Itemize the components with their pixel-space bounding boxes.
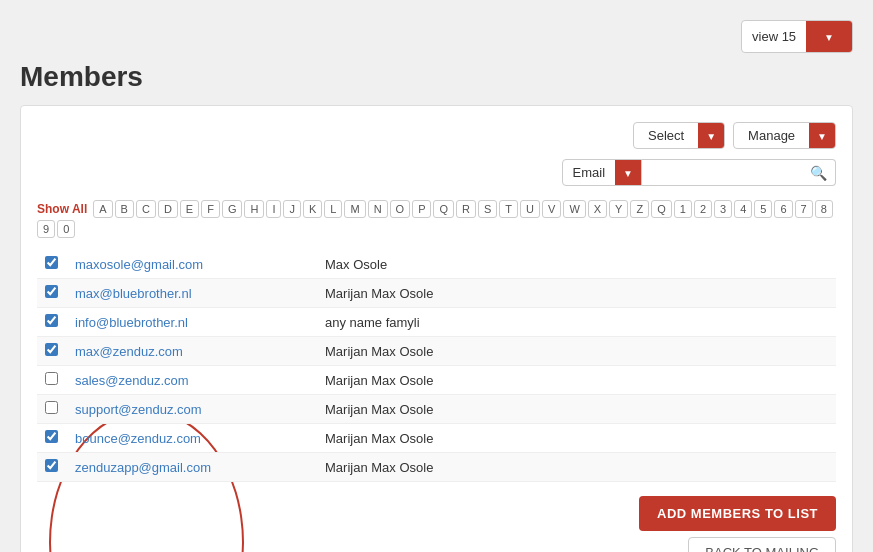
alpha-letter-l[interactable]: L (324, 200, 342, 218)
alpha-letter-2[interactable]: 2 (694, 200, 712, 218)
alpha-letter-g[interactable]: G (222, 200, 243, 218)
email-filter-label: Email (563, 160, 616, 185)
member-email: max@bluebrother.nl (67, 279, 317, 308)
alpha-letter-u[interactable]: U (520, 200, 540, 218)
member-checkbox[interactable] (45, 343, 58, 356)
table-row: sales@zenduz.com Marijan Max Osole (37, 366, 836, 395)
table-row: info@bluebrother.nl any name famyli (37, 308, 836, 337)
row-checkbox-cell (37, 337, 67, 366)
manage-dropdown[interactable]: Manage (733, 122, 836, 149)
manage-arrow-icon[interactable] (809, 123, 835, 148)
show-all-button[interactable]: Show All (37, 202, 87, 216)
table-row: support@zenduz.com Marijan Max Osole (37, 395, 836, 424)
alpha-bar: Show All ABCDEFGHIJKLMNOPQRSTUVWXYZQ1234… (37, 200, 836, 238)
email-filter-arrow-icon[interactable] (615, 160, 641, 185)
alpha-letter-m[interactable]: M (344, 200, 365, 218)
member-name: Marijan Max Osole (317, 453, 836, 482)
alpha-letter-z[interactable]: Z (630, 200, 649, 218)
member-name: Marijan Max Osole (317, 337, 836, 366)
row-checkbox-cell (37, 250, 67, 279)
manage-label: Manage (734, 123, 809, 148)
email-filter-dropdown[interactable]: Email (562, 159, 642, 186)
view-selector[interactable]: view 15 (741, 20, 853, 53)
member-name: Marijan Max Osole (317, 395, 836, 424)
member-email: info@bluebrother.nl (67, 308, 317, 337)
member-checkbox[interactable] (45, 459, 58, 472)
alpha-letter-5[interactable]: 5 (754, 200, 772, 218)
alpha-letter-k[interactable]: K (303, 200, 322, 218)
alpha-letter-q[interactable]: Q (433, 200, 454, 218)
table-row: maxosole@gmail.com Max Osole (37, 250, 836, 279)
select-arrow-icon[interactable] (698, 123, 724, 148)
alpha-letter-t[interactable]: T (499, 200, 518, 218)
search-input-wrap: 🔍 (642, 159, 836, 186)
view-selector-arrow[interactable] (806, 21, 852, 52)
alpha-letter-x[interactable]: X (588, 200, 607, 218)
page-title: Members (20, 61, 853, 93)
main-panel: Select Manage Email 🔍 Show All ABCDEFGHI… (20, 105, 853, 552)
alpha-letter-j[interactable]: J (283, 200, 301, 218)
member-email: zenduzapp@gmail.com (67, 453, 317, 482)
alpha-letter-h[interactable]: H (244, 200, 264, 218)
alpha-letter-r[interactable]: R (456, 200, 476, 218)
member-checkbox[interactable] (45, 314, 58, 327)
search-icon: 🔍 (810, 165, 827, 181)
alpha-letter-p[interactable]: P (412, 200, 431, 218)
alpha-letter-3[interactable]: 3 (714, 200, 732, 218)
select-dropdown[interactable]: Select (633, 122, 725, 149)
alpha-letter-o[interactable]: O (390, 200, 411, 218)
members-table: maxosole@gmail.com Max Osole max@bluebro… (37, 250, 836, 482)
back-to-mailing-button[interactable]: BACK TO MAILING (688, 537, 836, 552)
alpha-letter-7[interactable]: 7 (795, 200, 813, 218)
alpha-letter-i[interactable]: I (266, 200, 281, 218)
alpha-letter-f[interactable]: F (201, 200, 220, 218)
row-checkbox-cell (37, 453, 67, 482)
alpha-letter-d[interactable]: D (158, 200, 178, 218)
member-checkbox[interactable] (45, 401, 58, 414)
chevron-down-icon (814, 25, 844, 48)
member-checkbox[interactable] (45, 372, 58, 385)
member-email: max@zenduz.com (67, 337, 317, 366)
alpha-letter-9[interactable]: 9 (37, 220, 55, 238)
alpha-letter-y[interactable]: Y (609, 200, 628, 218)
member-name: Marijan Max Osole (317, 424, 836, 453)
alpha-letter-v[interactable]: V (542, 200, 561, 218)
table-row: zenduzapp@gmail.com Marijan Max Osole (37, 453, 836, 482)
table-row: bounce@zenduz.com Marijan Max Osole (37, 424, 836, 453)
alpha-letter-n[interactable]: N (368, 200, 388, 218)
member-checkbox[interactable] (45, 285, 58, 298)
add-members-button[interactable]: ADD MEMBERS TO LIST (639, 496, 836, 531)
alpha-letter-s[interactable]: S (478, 200, 497, 218)
alpha-letter-q[interactable]: Q (651, 200, 672, 218)
alpha-letter-a[interactable]: A (93, 200, 112, 218)
member-name: any name famyli (317, 308, 836, 337)
member-email: support@zenduz.com (67, 395, 317, 424)
row-checkbox-cell (37, 395, 67, 424)
table-row: max@bluebrother.nl Marijan Max Osole (37, 279, 836, 308)
member-name: Marijan Max Osole (317, 279, 836, 308)
row-checkbox-cell (37, 424, 67, 453)
member-checkbox[interactable] (45, 256, 58, 269)
select-label: Select (634, 123, 698, 148)
member-email: bounce@zenduz.com (67, 424, 317, 453)
member-email: maxosole@gmail.com (67, 250, 317, 279)
bottom-actions: ADD MEMBERS TO LIST BACK TO MAILING (37, 496, 836, 552)
member-checkbox[interactable] (45, 430, 58, 443)
member-name: Max Osole (317, 250, 836, 279)
toolbar: Select Manage (37, 122, 836, 149)
alpha-letter-4[interactable]: 4 (734, 200, 752, 218)
row-checkbox-cell (37, 279, 67, 308)
alpha-letter-b[interactable]: B (115, 200, 134, 218)
row-checkbox-cell (37, 366, 67, 395)
alpha-letter-8[interactable]: 8 (815, 200, 833, 218)
search-input[interactable] (650, 160, 810, 185)
member-name: Marijan Max Osole (317, 366, 836, 395)
alpha-letter-w[interactable]: W (563, 200, 585, 218)
alpha-letter-6[interactable]: 6 (774, 200, 792, 218)
alpha-letter-e[interactable]: E (180, 200, 199, 218)
alpha-letter-1[interactable]: 1 (674, 200, 692, 218)
alpha-letter-0[interactable]: 0 (57, 220, 75, 238)
alpha-letter-c[interactable]: C (136, 200, 156, 218)
search-row: Email 🔍 (37, 159, 836, 186)
view-selector-label: view 15 (742, 25, 806, 48)
